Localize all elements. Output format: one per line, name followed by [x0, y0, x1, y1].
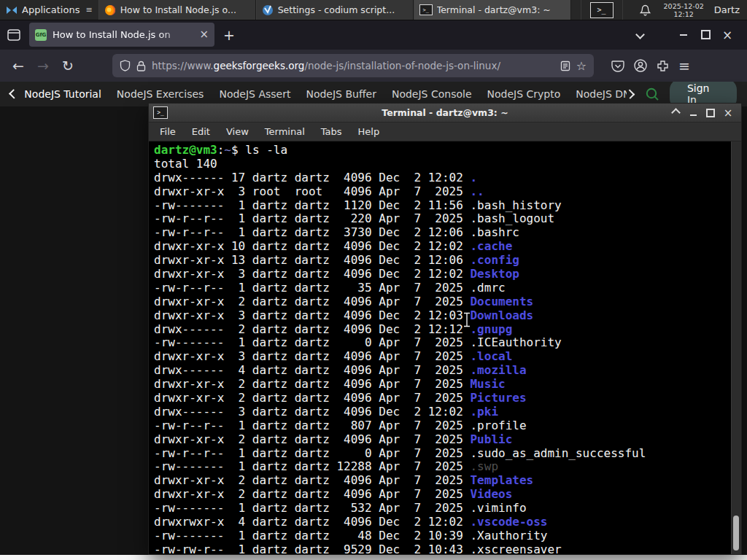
terminal-launcher[interactable]: >_ — [581, 0, 623, 20]
terminal-menubar: File Edit View Terminal Tabs Help — [149, 122, 741, 141]
terminal-file-line: drwx------ 2 dartz dartz 4096 Dec 2 12:1… — [154, 323, 729, 337]
terminal-icon: >_ — [419, 4, 433, 15]
taskbar-button-label: Settings - codium script... — [278, 4, 395, 15]
taskbar-button-firefox[interactable]: How to Install Node.js o... — [98, 0, 256, 20]
new-tab-button[interactable]: + — [223, 27, 235, 43]
notification-bell-button[interactable] — [632, 0, 658, 20]
terminal-file-line: -rw-r--r-- 1 dartz dartz 0 Apr 7 2025 .s… — [154, 447, 729, 461]
terminal-body[interactable]: dartz@vm3:~$ ls -latotal 140drwx------ 1… — [149, 141, 741, 554]
forward-button[interactable]: → — [31, 58, 55, 74]
terminal-file-line: -rw------- 1 dartz dartz 48 Dec 2 10:39 … — [154, 529, 729, 543]
account-icon[interactable] — [634, 59, 647, 72]
panel-user-label: Dartz — [710, 0, 747, 20]
terminal-file-line: drwxr-xr-x 3 dartz dartz 4096 Dec 2 12:0… — [154, 268, 729, 281]
taskbar-button-vscodium[interactable]: Settings - codium script... — [256, 0, 414, 20]
window-close-button[interactable]: × — [716, 28, 738, 42]
applications-label: Applications — [22, 4, 80, 15]
site-nav-link[interactable]: NodeJS Exercises — [117, 88, 204, 100]
search-icon — [645, 87, 659, 101]
shield-icon — [120, 60, 131, 71]
url-text: https://www.geeksforgeeks.org/node-js/in… — [152, 60, 554, 71]
terminal-window-title: Terminal - dartz@vm3: ~ — [149, 107, 741, 118]
applications-menu-button[interactable]: Applications ≡ — [0, 0, 98, 20]
taskbar-button-label: Terminal - dartz@vm3: ~ — [437, 4, 551, 15]
terminal-window: >_ Terminal - dartz@vm3: ~ × File Edit V… — [148, 103, 742, 555]
terminal-file-line: -rw-r--r-- 1 dartz dartz 807 Apr 7 2025 … — [154, 419, 729, 433]
bookmark-star-button[interactable]: ☆ — [576, 59, 587, 73]
terminal-file-line: drwxr-xr-x 2 dartz dartz 4096 Apr 7 2025… — [154, 488, 729, 502]
menu-edit[interactable]: Edit — [184, 126, 218, 137]
site-nav-link[interactable]: NodeJS DNS — [576, 88, 626, 100]
site-nav-link[interactable]: NodeJS Buffer — [306, 88, 376, 100]
reload-button[interactable]: ↻ — [55, 58, 80, 74]
window-minimize-button[interactable] — [673, 34, 694, 36]
terminal-file-line: drwxr-xr-x 3 dartz dartz 4096 Dec 2 12:0… — [154, 309, 729, 323]
browser-toolbar: ← → ↻ https://www.geeksforgeeks.org/node… — [0, 50, 747, 82]
terminal-total-line: total 140 — [154, 158, 729, 171]
terminal-minimize-button[interactable] — [686, 106, 700, 120]
terminal-scrollbar-thumb[interactable] — [733, 516, 739, 551]
menu-terminal[interactable]: Terminal — [257, 126, 313, 137]
terminal-file-line: drwx------ 4 dartz dartz 4096 Apr 7 2025… — [154, 364, 729, 378]
application-menu-button[interactable]: ≡ — [678, 58, 690, 74]
terminal-launcher-icon: >_ — [590, 2, 614, 18]
terminal-file-line: -rw------- 1 dartz dartz 12288 Apr 7 202… — [154, 460, 729, 474]
terminal-prompt-line: dartz@vm3:~$ ls -la — [154, 144, 729, 158]
terminal-shade-button[interactable] — [668, 106, 683, 120]
firefox-icon — [104, 4, 116, 16]
window-maximize-button[interactable] — [694, 30, 716, 39]
terminal-output: dartz@vm3:~$ ls -latotal 140drwx------ 1… — [154, 144, 729, 554]
address-bar[interactable]: https://www.geeksforgeeks.org/node-js/in… — [112, 54, 594, 77]
terminal-file-line: -rw------- 1 dartz dartz 0 Apr 7 2025 .I… — [154, 336, 729, 350]
site-nav-links: NodeJS TutorialNodeJS ExercisesNodeJS As… — [24, 88, 626, 100]
menu-view[interactable]: View — [218, 126, 257, 137]
reader-view-icon[interactable] — [560, 61, 570, 71]
extensions-icon[interactable] — [657, 60, 669, 72]
back-button[interactable]: ← — [6, 58, 31, 74]
desktop-screen: Applications ≡ How to Install Node.js o.… — [0, 0, 747, 560]
terminal-file-line: drwx------ 3 dartz dartz 4096 Dec 2 12:0… — [154, 405, 729, 419]
terminal-file-line: drwxr-xr-x 3 dartz dartz 4096 Apr 7 2025… — [154, 350, 729, 364]
browser-tab-bar: GfG How to Install Node.js on × + × — [0, 20, 747, 50]
url-domain: geeksforgeeks.org — [214, 60, 305, 71]
menu-file[interactable]: File — [152, 126, 184, 137]
taskbar-button-label: How to Install Node.js o... — [120, 4, 236, 15]
terminal-file-line: -rw-r--r-- 1 dartz dartz 220 Apr 7 2025 … — [154, 212, 729, 226]
terminal-file-line: drwxr-xr-x 2 dartz dartz 4096 Apr 7 2025… — [154, 392, 729, 405]
vscodium-icon — [262, 4, 274, 16]
browser-tab-active[interactable]: GfG How to Install Node.js on × — [29, 23, 214, 47]
terminal-close-button[interactable]: × — [721, 106, 735, 120]
pocket-icon[interactable] — [611, 60, 624, 72]
system-panel: Applications ≡ How to Install Node.js o.… — [0, 0, 747, 20]
url-path: /node-js/installation-of-node-js-on-linu… — [304, 60, 500, 71]
firefox-view-icon — [7, 29, 20, 41]
site-nav-link[interactable]: NodeJS Console — [392, 88, 472, 100]
terminal-file-line: -rw------- 1 dartz dartz 532 Apr 7 2025 … — [154, 502, 729, 516]
terminal-file-line: -rw------- 1 dartz dartz 1120 Dec 2 11:5… — [154, 199, 729, 213]
list-tabs-button[interactable] — [629, 31, 651, 38]
menu-tabs[interactable]: Tabs — [313, 126, 350, 137]
terminal-scrollbar[interactable] — [731, 141, 741, 554]
geeksforgeeks-favicon: GfG — [35, 29, 47, 41]
terminal-file-line: drwxr-xr-x 10 dartz dartz 4096 Dec 2 12:… — [154, 240, 729, 254]
terminal-maximize-button[interactable] — [703, 106, 718, 120]
taskbar-button-terminal[interactable]: >_ Terminal - dartz@vm3: ~ — [414, 0, 571, 20]
terminal-titlebar[interactable]: >_ Terminal - dartz@vm3: ~ × — [149, 104, 741, 122]
panel-clock[interactable]: 2025-12-02 12:12 — [658, 0, 710, 20]
tab-close-button[interactable]: × — [199, 29, 209, 40]
distro-logo-icon — [6, 4, 18, 16]
nav-scroll-left-icon[interactable] — [9, 89, 19, 99]
chevron-down-icon — [635, 30, 645, 39]
terminal-file-line: -rw-r--r-- 1 dartz dartz 35 Apr 7 2025 .… — [154, 281, 729, 295]
site-nav-link[interactable]: NodeJS Tutorial — [24, 88, 101, 100]
terminal-file-line: drwxr-xr-x 2 dartz dartz 4096 Apr 7 2025… — [154, 378, 729, 392]
site-nav-link[interactable]: NodeJS Crypto — [487, 88, 561, 100]
clock-time: 12:12 — [673, 10, 693, 18]
firefox-view-button[interactable] — [7, 29, 20, 41]
menu-help[interactable]: Help — [350, 126, 388, 137]
site-search-button[interactable] — [645, 87, 659, 101]
terminal-file-line: drwx------ 17 dartz dartz 4096 Dec 2 12:… — [154, 171, 729, 185]
terminal-file-line: drwxr-xr-x 13 dartz dartz 4096 Dec 2 12:… — [154, 254, 729, 268]
terminal-file-line: drwxr-xr-x 2 dartz dartz 4096 Apr 7 2025… — [154, 295, 729, 309]
site-nav-link[interactable]: NodeJS Assert — [219, 88, 290, 100]
